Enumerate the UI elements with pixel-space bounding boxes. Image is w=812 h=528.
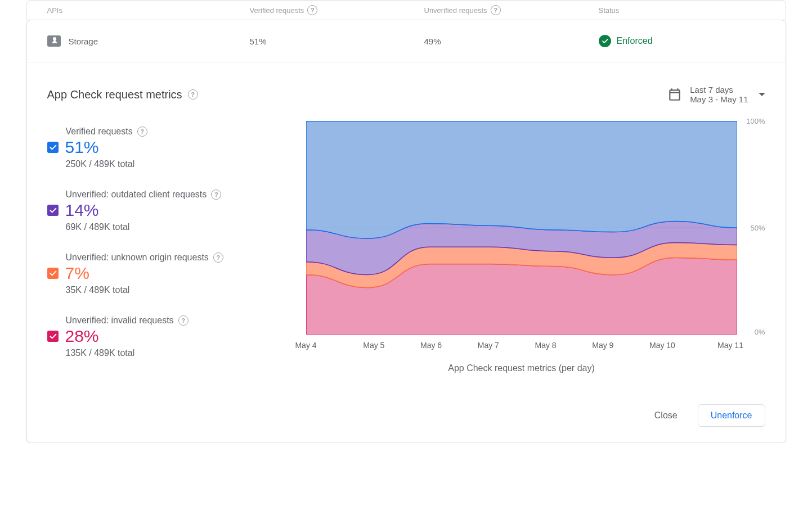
- service-name-cell: Storage: [47, 35, 250, 47]
- legend-item-invalid: Unverified: invalid requests 28% 135K / …: [47, 315, 289, 358]
- x-tick: May 6: [420, 341, 442, 350]
- help-icon[interactable]: [137, 127, 147, 137]
- storage-icon: [47, 35, 61, 47]
- unenforce-button[interactable]: Unenforce: [698, 404, 765, 427]
- legend-item-verified: Verified requests 51% 250K / 489K total: [47, 127, 289, 169]
- service-row-storage[interactable]: Storage 51% 49% Enforced: [27, 20, 786, 62]
- y-tick: 100%: [746, 117, 765, 125]
- legend-percent: 14%: [65, 201, 99, 220]
- legend-sub: 69K / 489K total: [66, 222, 289, 232]
- service-verified-pct: 51%: [250, 37, 424, 46]
- help-icon[interactable]: [491, 5, 501, 15]
- y-tick: 50%: [750, 224, 765, 232]
- legend-checkbox-verified[interactable]: [47, 142, 59, 153]
- legend-column: Verified requests 51% 250K / 489K total …: [47, 121, 289, 378]
- help-icon[interactable]: [213, 252, 223, 263]
- legend-checkbox-unknown[interactable]: [47, 268, 59, 279]
- service-card: Storage 51% 49% Enforced App Check reque…: [26, 20, 786, 443]
- date-range: May 3 - May 11: [690, 94, 748, 104]
- stacked-area-chart: [306, 121, 737, 335]
- legend-sub: 35K / 489K total: [66, 285, 289, 295]
- close-button[interactable]: Close: [648, 406, 684, 425]
- x-tick: May 11: [717, 341, 743, 350]
- legend-sub: 135K / 489K total: [66, 348, 289, 358]
- legend-sub: 250K / 489K total: [66, 159, 289, 169]
- x-tick: May 10: [649, 341, 675, 350]
- legend-checkbox-invalid[interactable]: [47, 331, 59, 342]
- col-unverified: Unverified requests: [424, 5, 599, 15]
- legend-item-unknown: Unverified: unknown origin requests 7% 3…: [47, 252, 289, 295]
- y-tick: 0%: [755, 328, 765, 336]
- legend-percent: 28%: [65, 327, 99, 346]
- service-name: Storage: [69, 37, 98, 46]
- help-icon[interactable]: [178, 315, 189, 326]
- help-icon[interactable]: [211, 189, 221, 200]
- x-tick: May 5: [363, 341, 384, 350]
- x-tick: May 4: [295, 341, 316, 350]
- col-verified: Verified requests: [250, 5, 424, 15]
- metrics-title: App Check request metrics: [47, 88, 198, 101]
- x-tick: May 8: [535, 341, 557, 350]
- table-header: APIs Verified requests Unverified reques…: [26, 0, 786, 20]
- date-label: Last 7 days: [690, 85, 748, 94]
- service-status: Enforced: [599, 35, 765, 47]
- x-tick: May 9: [592, 341, 613, 350]
- help-icon[interactable]: [188, 89, 198, 100]
- service-unverified-pct: 49%: [424, 37, 599, 46]
- chart-caption: App Check request metrics (per day): [306, 363, 737, 373]
- legend-percent: 7%: [65, 264, 89, 283]
- chart-area: 100% 50% 0% May 4May 5May 6May 7May 8May…: [306, 121, 765, 378]
- x-tick: May 7: [478, 341, 499, 350]
- calendar-icon: [667, 87, 682, 102]
- help-icon[interactable]: [307, 5, 317, 15]
- col-apis: APIs: [47, 6, 250, 15]
- legend-percent: 51%: [65, 138, 99, 157]
- legend-checkbox-outdated[interactable]: [47, 205, 59, 216]
- check-circle-icon: [599, 35, 611, 47]
- legend-item-outdated: Unverified: outdated client requests 14%…: [47, 189, 289, 232]
- x-axis: May 4May 5May 6May 7May 8May 9May 10May …: [306, 341, 737, 350]
- date-range-picker[interactable]: Last 7 days May 3 - May 11: [667, 85, 765, 104]
- chevron-down-icon: [759, 93, 765, 96]
- col-status: Status: [599, 6, 765, 15]
